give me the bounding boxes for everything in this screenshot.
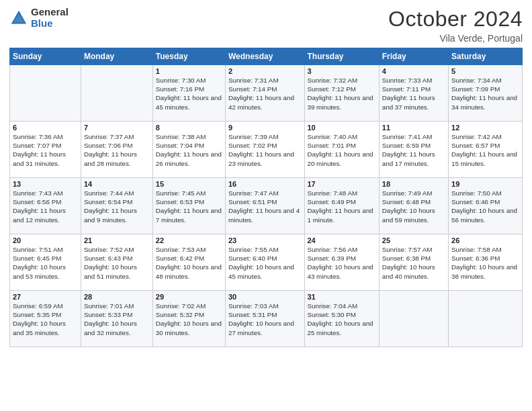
day-number: 30	[228, 293, 302, 301]
calendar-cell: 12Sunrise: 7:42 AM Sunset: 6:57 PM Dayli…	[449, 122, 523, 178]
calendar-cell: 3Sunrise: 7:32 AM Sunset: 7:12 PM Daylig…	[304, 65, 379, 122]
calendar-cell: 24Sunrise: 7:56 AM Sunset: 6:39 PM Dayli…	[304, 234, 379, 291]
calendar-cell: 13Sunrise: 7:43 AM Sunset: 6:56 PM Dayli…	[10, 178, 81, 234]
calendar-cell: 2Sunrise: 7:31 AM Sunset: 7:14 PM Daylig…	[225, 65, 304, 122]
logo-general-text: General	[31, 7, 69, 18]
day-info: Sunrise: 7:37 AM Sunset: 7:06 PM Dayligh…	[84, 132, 150, 168]
calendar-cell: 6Sunrise: 7:36 AM Sunset: 7:07 PM Daylig…	[10, 122, 81, 178]
calendar-cell: 19Sunrise: 7:50 AM Sunset: 6:46 PM Dayli…	[449, 178, 523, 234]
logo-blue-text: Blue	[31, 18, 69, 30]
calendar-cell: 17Sunrise: 7:48 AM Sunset: 6:49 PM Dayli…	[304, 178, 379, 234]
calendar-cell: 21Sunrise: 7:52 AM Sunset: 6:43 PM Dayli…	[81, 234, 152, 291]
calendar-cell: 22Sunrise: 7:53 AM Sunset: 6:42 PM Dayli…	[152, 234, 225, 291]
calendar-cell: 14Sunrise: 7:44 AM Sunset: 6:54 PM Dayli…	[81, 178, 152, 234]
day-info: Sunrise: 7:58 AM Sunset: 6:36 PM Dayligh…	[451, 245, 519, 281]
calendar-cell: 10Sunrise: 7:40 AM Sunset: 7:01 PM Dayli…	[304, 122, 379, 178]
day-info: Sunrise: 7:57 AM Sunset: 6:38 PM Dayligh…	[382, 245, 445, 281]
day-number: 9	[228, 124, 302, 132]
weekday-header-row: SundayMondayTuesdayWednesdayThursdayFrid…	[10, 48, 523, 65]
day-info: Sunrise: 7:51 AM Sunset: 6:45 PM Dayligh…	[13, 245, 78, 281]
day-info: Sunrise: 7:53 AM Sunset: 6:42 PM Dayligh…	[156, 245, 222, 281]
logo-icon	[9, 9, 28, 28]
day-number: 11	[382, 124, 445, 132]
day-info: Sunrise: 7:39 AM Sunset: 7:02 PM Dayligh…	[228, 132, 302, 168]
day-number: 3	[308, 67, 376, 75]
day-info: Sunrise: 7:48 AM Sunset: 6:49 PM Dayligh…	[308, 189, 376, 224]
weekday-header-friday: Friday	[379, 48, 448, 65]
day-number: 19	[451, 180, 519, 188]
calendar-cell: 27Sunrise: 6:59 AM Sunset: 5:35 PM Dayli…	[10, 291, 81, 347]
calendar-cell: 16Sunrise: 7:47 AM Sunset: 6:51 PM Dayli…	[225, 178, 304, 234]
day-info: Sunrise: 7:03 AM Sunset: 5:31 PM Dayligh…	[228, 302, 302, 337]
calendar-week-row: 1Sunrise: 7:30 AM Sunset: 7:16 PM Daylig…	[10, 65, 523, 122]
day-number: 8	[156, 124, 222, 132]
calendar-cell: 18Sunrise: 7:49 AM Sunset: 6:48 PM Dayli…	[379, 178, 448, 234]
day-info: Sunrise: 7:49 AM Sunset: 6:48 PM Dayligh…	[382, 189, 445, 224]
day-number: 7	[84, 124, 150, 132]
month-title: October 2024	[388, 7, 523, 32]
calendar-cell	[81, 65, 152, 122]
weekday-header-sunday: Sunday	[10, 48, 81, 65]
day-number: 26	[451, 236, 519, 244]
day-info: Sunrise: 7:47 AM Sunset: 6:51 PM Dayligh…	[228, 189, 302, 224]
calendar-cell: 11Sunrise: 7:41 AM Sunset: 6:59 PM Dayli…	[379, 122, 448, 178]
calendar-week-row: 6Sunrise: 7:36 AM Sunset: 7:07 PM Daylig…	[10, 122, 523, 178]
day-number: 1	[156, 67, 222, 75]
day-info: Sunrise: 7:42 AM Sunset: 6:57 PM Dayligh…	[451, 132, 519, 168]
day-info: Sunrise: 6:59 AM Sunset: 5:35 PM Dayligh…	[13, 302, 78, 337]
day-number: 25	[382, 236, 445, 244]
day-number: 4	[382, 67, 445, 75]
logo-text: General Blue	[31, 7, 69, 29]
calendar-cell: 23Sunrise: 7:55 AM Sunset: 6:40 PM Dayli…	[225, 234, 304, 291]
calendar-cell: 5Sunrise: 7:34 AM Sunset: 7:09 PM Daylig…	[449, 65, 523, 122]
weekday-header-tuesday: Tuesday	[152, 48, 225, 65]
day-number: 14	[84, 180, 150, 188]
day-number: 27	[13, 293, 78, 301]
day-info: Sunrise: 7:45 AM Sunset: 6:53 PM Dayligh…	[156, 189, 222, 224]
weekday-header-thursday: Thursday	[304, 48, 379, 65]
day-number: 22	[156, 236, 222, 244]
day-number: 21	[84, 236, 150, 244]
calendar-cell: 26Sunrise: 7:58 AM Sunset: 6:36 PM Dayli…	[449, 234, 523, 291]
calendar-cell: 28Sunrise: 7:01 AM Sunset: 5:33 PM Dayli…	[81, 291, 152, 347]
day-number: 23	[228, 236, 302, 244]
day-info: Sunrise: 7:38 AM Sunset: 7:04 PM Dayligh…	[156, 132, 222, 168]
calendar-cell: 15Sunrise: 7:45 AM Sunset: 6:53 PM Dayli…	[152, 178, 225, 234]
day-number: 29	[156, 293, 222, 301]
day-info: Sunrise: 7:31 AM Sunset: 7:14 PM Dayligh…	[228, 76, 302, 111]
calendar-cell	[10, 65, 81, 122]
calendar-cell: 4Sunrise: 7:33 AM Sunset: 7:11 PM Daylig…	[379, 65, 448, 122]
calendar-cell	[379, 291, 448, 347]
calendar-week-row: 20Sunrise: 7:51 AM Sunset: 6:45 PM Dayli…	[10, 234, 523, 291]
calendar-cell: 1Sunrise: 7:30 AM Sunset: 7:16 PM Daylig…	[152, 65, 225, 122]
page-header: General Blue October 2024 Vila Verde, Po…	[9, 7, 523, 44]
day-info: Sunrise: 7:50 AM Sunset: 6:46 PM Dayligh…	[451, 189, 519, 224]
day-number: 6	[13, 124, 78, 132]
day-info: Sunrise: 7:36 AM Sunset: 7:07 PM Dayligh…	[13, 132, 78, 168]
calendar-cell: 8Sunrise: 7:38 AM Sunset: 7:04 PM Daylig…	[152, 122, 225, 178]
day-info: Sunrise: 7:41 AM Sunset: 6:59 PM Dayligh…	[382, 132, 445, 168]
calendar-week-row: 13Sunrise: 7:43 AM Sunset: 6:56 PM Dayli…	[10, 178, 523, 234]
day-number: 31	[308, 293, 376, 301]
day-number: 17	[308, 180, 376, 188]
calendar-cell: 20Sunrise: 7:51 AM Sunset: 6:45 PM Dayli…	[10, 234, 81, 291]
day-info: Sunrise: 7:01 AM Sunset: 5:33 PM Dayligh…	[84, 302, 150, 337]
day-number: 28	[84, 293, 150, 301]
day-number: 20	[13, 236, 78, 244]
calendar-cell: 7Sunrise: 7:37 AM Sunset: 7:06 PM Daylig…	[81, 122, 152, 178]
day-info: Sunrise: 7:33 AM Sunset: 7:11 PM Dayligh…	[382, 76, 445, 111]
calendar-week-row: 27Sunrise: 6:59 AM Sunset: 5:35 PM Dayli…	[10, 291, 523, 347]
day-info: Sunrise: 7:56 AM Sunset: 6:39 PM Dayligh…	[308, 245, 376, 281]
calendar-cell: 29Sunrise: 7:02 AM Sunset: 5:32 PM Dayli…	[152, 291, 225, 347]
day-info: Sunrise: 7:44 AM Sunset: 6:54 PM Dayligh…	[84, 189, 150, 224]
calendar-cell	[449, 291, 523, 347]
calendar-table: SundayMondayTuesdayWednesdayThursdayFrid…	[9, 48, 523, 347]
calendar-cell: 31Sunrise: 7:04 AM Sunset: 5:30 PM Dayli…	[304, 291, 379, 347]
day-info: Sunrise: 7:55 AM Sunset: 6:40 PM Dayligh…	[228, 245, 302, 281]
logo: General Blue	[9, 7, 69, 29]
day-number: 12	[451, 124, 519, 132]
day-info: Sunrise: 7:02 AM Sunset: 5:32 PM Dayligh…	[156, 302, 222, 337]
day-number: 18	[382, 180, 445, 188]
day-number: 15	[156, 180, 222, 188]
calendar-cell: 30Sunrise: 7:03 AM Sunset: 5:31 PM Dayli…	[225, 291, 304, 347]
